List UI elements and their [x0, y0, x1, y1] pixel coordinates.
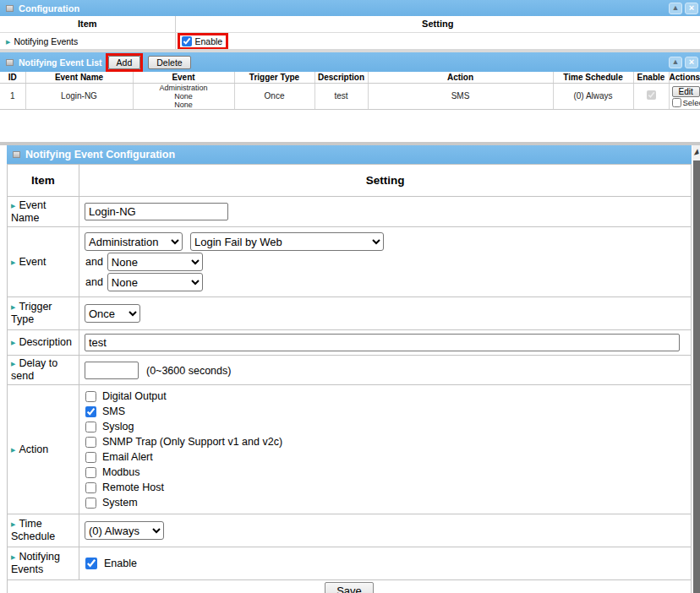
delay-input[interactable]: [85, 362, 139, 379]
notifying-events-label: Notifying Events: [6, 36, 78, 46]
action-syslog-checkbox[interactable]: [85, 422, 96, 433]
close-icon[interactable]: ×: [685, 57, 698, 68]
panel-controls: ▲ ×: [669, 3, 698, 14]
configuration-panel-title: Configuration: [19, 3, 79, 14]
action-system-checkbox[interactable]: [85, 498, 96, 509]
event-row: Event Administration Login Fail by Web a…: [8, 227, 692, 297]
highlight-box-enable: Enable: [178, 33, 229, 50]
cell-action: SMS: [368, 83, 553, 109]
column-action: Action: [368, 72, 553, 83]
configuration-panel-header: Configuration ▲ ×: [0, 0, 700, 16]
trigger-type-label: Trigger Type: [11, 301, 52, 325]
action-email-alert-checkbox[interactable]: [85, 452, 96, 463]
delay-row: Delay to send (0~3600 seconds): [8, 356, 692, 385]
column-id: ID: [0, 72, 25, 83]
action-snmp-trap-checkbox[interactable]: [85, 437, 96, 448]
time-schedule-label: Time Schedule: [11, 518, 55, 542]
table-header-row: Item Setting: [8, 165, 692, 197]
cell-id: 1: [0, 83, 25, 109]
and-label: and: [85, 276, 103, 288]
action-sms-checkbox[interactable]: [85, 406, 96, 417]
table-header-row: ID Event Name Event Trigger Type Descrip…: [0, 72, 700, 83]
notifying-event-list-title: Notifying Event List: [19, 57, 102, 68]
event-group-select[interactable]: Administration: [85, 232, 183, 251]
action-modbus-checkbox[interactable]: [85, 467, 96, 478]
edit-button[interactable]: Edit: [672, 86, 700, 97]
cell-description: test: [314, 83, 368, 109]
notifying-event-list-panel: Notifying Event List Add Delete ▲ × ID E…: [0, 52, 700, 110]
action-option: Syslog: [85, 419, 686, 434]
column-event: Event: [133, 72, 234, 83]
time-schedule-row: Time Schedule (0) Always: [8, 514, 692, 547]
time-schedule-select[interactable]: (0) Always: [85, 521, 164, 540]
action-option: Email Alert: [85, 449, 686, 465]
column-item: Item: [0, 16, 175, 32]
cell-event-name: Login-NG: [25, 83, 133, 109]
select-label: Select: [683, 98, 700, 107]
and-label: and: [85, 256, 103, 268]
notifying-events-label: Notifying Events: [11, 551, 60, 575]
column-actions: Actions: [669, 72, 700, 83]
notifying-events-enable-checkbox[interactable]: [182, 36, 192, 46]
configuration-table: Item Setting Notifying Events Enable: [0, 16, 700, 51]
action-options: Digital Output SMS Syslog SNMP Trap (Onl…: [79, 385, 692, 514]
delay-label: Delay to send: [11, 357, 57, 382]
event-label: Event: [11, 256, 46, 268]
close-icon[interactable]: ×: [685, 3, 698, 14]
delay-hint: (0~3600 seconds): [146, 365, 231, 377]
column-time-schedule: Time Schedule: [553, 72, 633, 83]
window-icon: [6, 59, 14, 66]
collapse-icon[interactable]: ▲: [669, 57, 682, 68]
event-list-table: ID Event Name Event Trigger Type Descrip…: [0, 72, 700, 110]
column-setting: Setting: [175, 16, 700, 32]
configuration-panel: Configuration ▲ × Item Setting Notifying…: [0, 0, 700, 51]
event-configuration-table: Item Setting Event Name Event Administra…: [7, 164, 692, 593]
action-option: Remote Host: [85, 480, 686, 495]
column-event-name: Event Name: [25, 72, 133, 83]
trigger-type-row: Trigger Type Once: [8, 297, 692, 330]
table-row: 1 Login-NG Administration None None Once…: [0, 83, 700, 109]
column-description: Description: [314, 72, 368, 83]
notifying-event-list-header: Notifying Event List Add Delete ▲ ×: [0, 52, 700, 72]
event-and2-select[interactable]: None: [107, 273, 203, 291]
save-row: Save: [8, 580, 692, 593]
row-enable-checkbox: [647, 90, 656, 100]
action-digital-output-checkbox[interactable]: [85, 391, 96, 402]
event-and1-select[interactable]: None: [107, 253, 203, 271]
cell-enable: [633, 83, 669, 109]
delete-button[interactable]: Delete: [148, 56, 190, 69]
page-title: Notifying Event Configuration: [25, 149, 175, 160]
description-input[interactable]: [85, 334, 680, 351]
enable-label: Enable: [104, 558, 137, 569]
panel-controls: ▲ ×: [669, 57, 698, 68]
event-name-input[interactable]: [85, 203, 228, 220]
notifying-event-configuration-header: Notifying Event Configuration: [7, 145, 692, 164]
column-enable: Enable: [633, 72, 669, 83]
row-select-checkbox[interactable]: [672, 98, 681, 107]
notifying-events-enable-checkbox[interactable]: [85, 558, 97, 569]
column-item: Item: [8, 165, 79, 197]
column-trigger-type: Trigger Type: [234, 72, 314, 83]
notifying-events-row: Notifying Events Enable: [0, 32, 700, 50]
column-setting: Setting: [79, 165, 692, 197]
event-type-select[interactable]: Login Fail by Web: [190, 232, 384, 251]
action-label: Action: [11, 443, 48, 455]
action-option: SMS: [85, 404, 686, 419]
cell-event: Administration None None: [133, 83, 234, 109]
action-remote-host-checkbox[interactable]: [85, 482, 96, 493]
cell-actions: Edit Select: [669, 83, 700, 109]
collapse-icon[interactable]: ▲: [669, 3, 682, 14]
notifying-event-configuration-panel: Notifying Event Configuration Item Setti…: [7, 145, 692, 593]
save-button[interactable]: Save: [325, 582, 374, 593]
window-icon: [13, 151, 20, 158]
notifying-events-row: Notifying Events Enable: [8, 547, 692, 580]
trigger-type-select[interactable]: Once: [85, 304, 140, 323]
highlight-box-add: Add: [106, 53, 144, 72]
scrollbar[interactable]: [692, 145, 700, 593]
add-button[interactable]: Add: [108, 56, 141, 69]
scrollbar-thumb[interactable]: [693, 160, 700, 593]
scroll-up-icon[interactable]: [692, 145, 700, 159]
action-option: SNMP Trap (Only Support v1 and v2c): [85, 434, 686, 449]
event-name-label: Event Name: [11, 199, 46, 224]
action-option: System: [85, 495, 686, 510]
